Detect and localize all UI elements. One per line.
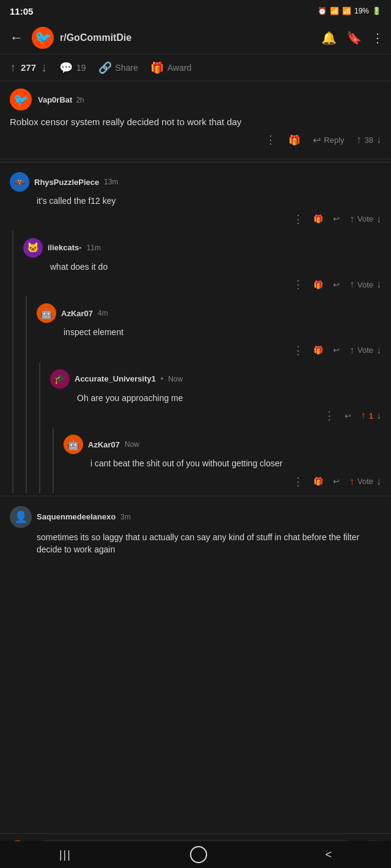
more-options-icon[interactable]: ⋮ xyxy=(371,31,384,45)
body-accurate: Oh are you approaching me xyxy=(77,392,381,405)
op-time: 2h xyxy=(76,96,84,104)
avatar-iliekcats: 🐱 xyxy=(23,238,43,258)
battery-icon: 🔋 xyxy=(372,7,381,15)
comment-header-azkar07-second: 🤖 AzKar07 Now xyxy=(64,435,381,454)
award-button[interactable]: 🎁 Award xyxy=(150,61,191,74)
footer-azkar07: ⋮ 🎁 ↩ ↑ Vote ↓ xyxy=(64,339,381,362)
gift-rhyspuzzlepiece[interactable]: 🎁 xyxy=(313,214,323,223)
vote-label-azkar07-second: Vote xyxy=(357,477,373,486)
gift-icon: 🎁 xyxy=(313,280,323,289)
gift-azkar07-second[interactable]: 🎁 xyxy=(313,477,323,486)
username-azkar07[interactable]: AzKar07 xyxy=(61,309,93,318)
post-upvote-count: 38 xyxy=(365,136,373,145)
upvote-azkar07-second[interactable]: ↑ xyxy=(349,476,354,487)
more-iliekcats[interactable]: ⋮ xyxy=(293,278,304,291)
avatar-azkar07: 🤖 xyxy=(37,303,56,323)
gift-icon: 🎁 xyxy=(313,345,323,355)
comment-header-accurate: 🎓 Accurate_University1 • Now xyxy=(50,369,381,389)
time-rhyspuzzlepiece: 13m xyxy=(104,178,118,186)
nav-icons: 🔔 🔖 ⋮ xyxy=(321,31,384,45)
post-more-options[interactable]: ⋮ xyxy=(265,133,276,146)
vote-iliekcats: ↑ Vote ↓ xyxy=(349,279,381,290)
post-meta: Vap0rBat 2h xyxy=(38,95,84,104)
body-saquenmed: sometimes its so laggy that u actually c… xyxy=(37,532,381,555)
alarm-icon: ⏰ xyxy=(318,7,327,15)
downvote-accurate[interactable]: ↓ xyxy=(376,410,381,421)
bookmark-icon[interactable]: 🔖 xyxy=(346,31,362,45)
nested-iliekcats: 🐱 iliekcats- 11m what does it do ⋮ 🎁 ↩ ↑… xyxy=(12,231,391,493)
downvote-azkar07-second[interactable]: ↓ xyxy=(376,476,381,487)
vote-accurate: ↑ 1 ↓ xyxy=(361,410,381,421)
post-upvote-arrow[interactable]: ↑ xyxy=(357,134,362,145)
upvote-azkar07[interactable]: ↑ xyxy=(349,345,354,356)
username-rhyspuzzlepiece[interactable]: RhysPuzzlePiece xyxy=(34,178,99,187)
battery-percent: 19% xyxy=(354,7,369,15)
original-post: 🐦 Vap0rBat 2h Roblox censor system reall… xyxy=(0,81,391,159)
upvote-iliekcats[interactable]: ↑ xyxy=(349,279,354,290)
share-icon: 🔗 xyxy=(98,61,112,74)
op-username[interactable]: Vap0rBat xyxy=(38,95,72,104)
upvote-button[interactable]: ↑ xyxy=(10,60,16,74)
reply-azkar07-second[interactable]: ↩ xyxy=(333,477,340,486)
post-gift-button[interactable]: 🎁 xyxy=(288,134,301,146)
separator-2 xyxy=(0,496,391,496)
reply-accurate[interactable]: ↩ xyxy=(345,411,351,421)
wifi-icon: 📶 xyxy=(330,7,339,15)
footer-rhyspuzzlepiece: ⋮ 🎁 ↩ ↑ Vote ↓ xyxy=(37,208,381,231)
reply-icon: ↩ xyxy=(333,345,340,355)
status-icons: ⏰ 📶 📶 19% 🔋 xyxy=(318,7,381,15)
upvote-accurate[interactable]: ↑ xyxy=(361,410,366,421)
award-label: Award xyxy=(167,63,191,73)
comment-header-iliekcats: 🐱 iliekcats- 11m xyxy=(23,238,381,258)
notification-icon[interactable]: 🔔 xyxy=(321,31,337,45)
avatar-accurate: 🎓 xyxy=(50,369,70,389)
downvote-iliekcats[interactable]: ↓ xyxy=(376,279,381,290)
subreddit-avatar: 🐦 xyxy=(32,27,54,49)
more-rhyspuzzlepiece[interactable]: ⋮ xyxy=(293,212,304,226)
reply-label: Reply xyxy=(324,136,344,145)
body-iliekcats: what does it do xyxy=(50,261,381,273)
nested-accurate: 🎓 Accurate_University1 • Now Oh are you … xyxy=(39,362,391,493)
post-reply-button[interactable]: ↩ Reply xyxy=(313,134,344,146)
comment-button[interactable]: 💬 19 xyxy=(59,61,86,74)
username-saquenmed[interactable]: Saquenmedeelanexo xyxy=(37,512,115,521)
vote-label-iliekcats: Vote xyxy=(357,280,373,289)
op-avatar: 🐦 xyxy=(10,89,32,110)
time-accurate: Now xyxy=(168,375,183,383)
post-header: 🐦 Vap0rBat 2h xyxy=(10,89,381,110)
more-azkar07[interactable]: ⋮ xyxy=(293,344,304,357)
comment-icon: 💬 xyxy=(59,61,73,74)
username-azkar07-second[interactable]: AzKar07 xyxy=(88,440,120,449)
android-nav-bar: ||| < xyxy=(0,841,391,868)
post-comment-actions: ⋮ 🎁 ↩ Reply ↑ 38 ↓ xyxy=(10,128,381,151)
username-iliekcats[interactable]: iliekcats- xyxy=(48,243,82,252)
reply-rhyspuzzlepiece[interactable]: ↩ xyxy=(333,214,340,223)
reply-azkar07[interactable]: ↩ xyxy=(333,345,340,355)
avatar-rhyspuzzlepiece: 🦇 xyxy=(10,172,29,192)
downvote-rhyspuzzlepiece[interactable]: ↓ xyxy=(376,214,381,225)
recents-button[interactable]: ||| xyxy=(59,848,71,861)
reply-icon: ↩ xyxy=(333,280,340,289)
downvote-button[interactable]: ↓ xyxy=(41,60,47,74)
gift-iliekcats[interactable]: 🎁 xyxy=(313,280,323,289)
subreddit-name[interactable]: r/GoCommitDie xyxy=(60,32,315,43)
vote-azkar07: ↑ Vote ↓ xyxy=(349,345,381,356)
post-downvote-arrow[interactable]: ↓ xyxy=(376,134,381,145)
more-accurate[interactable]: ⋮ xyxy=(324,409,335,422)
username-accurate[interactable]: Accurate_University1 xyxy=(75,374,156,383)
back-button-android[interactable]: < xyxy=(326,848,332,861)
comment-count: 19 xyxy=(76,63,86,73)
award-icon: 🎁 xyxy=(150,61,164,74)
footer-iliekcats: ⋮ 🎁 ↩ ↑ Vote ↓ xyxy=(50,273,381,296)
body-azkar07-second: i cant beat the shit out of you without … xyxy=(90,458,381,470)
comment-accurate: 🎓 Accurate_University1 • Now Oh are you … xyxy=(40,362,391,428)
back-button[interactable]: ← xyxy=(7,27,26,48)
more-azkar07-second[interactable]: ⋮ xyxy=(293,475,304,488)
upvote-rhyspuzzlepiece[interactable]: ↑ xyxy=(349,214,354,225)
gift-azkar07[interactable]: 🎁 xyxy=(313,345,323,355)
home-button[interactable] xyxy=(190,846,207,863)
vote-rhyspuzzlepiece: ↑ Vote ↓ xyxy=(349,214,381,225)
share-button[interactable]: 🔗 Share xyxy=(98,61,138,74)
reply-iliekcats[interactable]: ↩ xyxy=(333,280,340,289)
downvote-azkar07[interactable]: ↓ xyxy=(376,345,381,356)
